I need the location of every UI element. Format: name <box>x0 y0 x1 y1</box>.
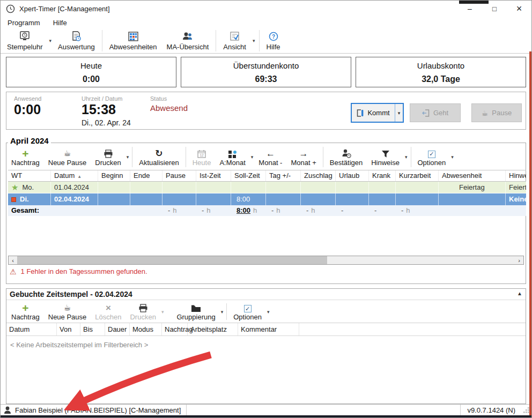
col-pause[interactable]: Pause <box>162 170 196 181</box>
heute-button[interactable]: 12 Heute <box>188 144 216 170</box>
monat-minus-label: Monat - <box>258 159 282 167</box>
neue-pause-button[interactable]: ☕ Neue Pause <box>44 144 91 170</box>
auswertung-button[interactable]: Auswertung <box>53 28 100 53</box>
bestaetigen-button[interactable]: Bestätigen <box>326 144 367 170</box>
close-button[interactable]: × <box>507 1 531 17</box>
stempeluhr-button[interactable]: Stempeluhr <box>2 28 47 53</box>
scroll-right-icon[interactable]: › <box>515 256 523 264</box>
kommt-dropdown-icon[interactable]: ▾ <box>395 104 403 122</box>
col-modus[interactable]: Modus <box>130 323 162 335</box>
ma-uebersicht-button[interactable]: MA-Übersicht <box>162 28 214 53</box>
drucken-dropdown-icon[interactable]: ▾ <box>125 144 130 170</box>
horizontal-scrollbar[interactable]: ‹ › <box>8 256 524 265</box>
stamps-nachtrag-button[interactable]: + Nachtrag <box>7 301 44 323</box>
summary-title: Urlaubskonto <box>356 61 526 70</box>
amonat-label: A:Monat <box>219 159 245 167</box>
amonat-dropdown-icon[interactable]: ▾ <box>250 144 255 170</box>
col-hinweise[interactable]: Hinweise <box>506 170 526 181</box>
summary-value: 0:00 <box>6 74 176 84</box>
drucken-button[interactable]: Drucken <box>91 144 125 170</box>
menu-programm[interactable]: Programm <box>6 18 42 27</box>
coffee-icon: ☕ <box>482 109 489 117</box>
col-dauer[interactable]: Dauer <box>105 323 130 335</box>
col-datum[interactable]: Datum▲ <box>51 170 98 181</box>
col-wt[interactable]: WT <box>8 170 51 181</box>
stamps-nachtrag-label: Nachtrag <box>11 313 40 321</box>
col-datum[interactable]: Datum <box>6 323 57 335</box>
gruppierung-button[interactable]: Gruppierung <box>172 301 219 323</box>
col-filler <box>299 323 526 335</box>
app-window: Xpert-Timer [C-Management] – □ × Program… <box>0 0 532 418</box>
optionen-label: Optionen <box>418 159 446 167</box>
col-kurzarbeit[interactable]: Kurzarbeit <box>396 170 439 181</box>
stamps-drucken-dropdown-icon[interactable]: ▾ <box>160 301 165 323</box>
delete-icon: × <box>106 303 111 312</box>
anwesend-label: Anwesend <box>14 95 41 102</box>
empty-filter-message: < Keine Arbeitszeitstempel im Filterbere… <box>10 341 526 349</box>
optionen-dropdown-icon[interactable]: ▾ <box>450 144 455 170</box>
stempeluhr-label: Stempeluhr <box>7 43 42 51</box>
holiday-star-icon: ★ <box>11 183 18 191</box>
menu-hilfe[interactable]: Hilfe <box>51 18 69 27</box>
stamps-optionen-dropdown-icon[interactable]: ▾ <box>266 301 271 323</box>
pause-label: Pause <box>492 109 512 117</box>
monat-plus-button[interactable]: → Monat + <box>286 144 320 170</box>
app-clock-icon <box>6 4 15 13</box>
amonat-button[interactable]: A:Monat <box>215 144 249 170</box>
collapse-icon[interactable]: ▲ <box>517 290 522 296</box>
summary-value: 69:33 <box>181 74 351 84</box>
toolbar-separator <box>132 147 132 167</box>
nachtrag-button[interactable]: + Nachtrag <box>7 144 44 170</box>
stempeluhr-dropdown-icon[interactable]: ▾ <box>47 28 53 53</box>
col-tag[interactable]: Tag +/- <box>266 170 301 181</box>
hilfe-button[interactable]: ? Hilfe <box>262 28 285 53</box>
col-arbeitsplatz[interactable]: Arbeitsplatz <box>188 323 238 335</box>
loeschen-button[interactable]: × Löschen <box>91 301 125 323</box>
scroll-left-icon[interactable]: ‹ <box>9 256 17 264</box>
ansicht-label: Ansicht <box>223 43 246 51</box>
month-table: WT Datum▲ Beginn Ende Pause Ist-Zeit Sol… <box>8 170 526 216</box>
warning-icon: ⚠ <box>10 268 17 275</box>
ansicht-button[interactable]: Ansicht <box>218 28 251 53</box>
summary-row: Heute 0:00 Überstundenkonto 69:33 Urlaub… <box>6 57 526 87</box>
table-row[interactable]: ★Mo. 01.04.2024 Feiertag Feiertag <box>8 182 526 193</box>
optionen-button[interactable]: ✓ Optionen <box>413 144 450 170</box>
table-row-selected[interactable]: Di. 02.04.2024 8:00 Keine <box>8 193 526 205</box>
calendar-grid-icon <box>128 31 138 42</box>
coffee-icon: ☕ <box>64 303 71 312</box>
gruppierung-dropdown-icon[interactable]: ▾ <box>220 301 225 323</box>
time-value: 15:38 <box>82 102 116 117</box>
col-abwesenheit[interactable]: Abwesenheit <box>439 170 506 181</box>
col-kommentar[interactable]: Kommentar <box>238 323 299 335</box>
person-clock-icon <box>342 148 351 158</box>
col-von[interactable]: Von <box>57 323 80 335</box>
aktualisieren-button[interactable]: ↻ Aktualisieren <box>135 144 183 170</box>
door-in-icon <box>357 109 364 117</box>
col-soll-zeit[interactable]: Soll-Zeit <box>231 170 266 181</box>
monat-minus-button[interactable]: ← Monat - <box>254 144 286 170</box>
col-ende[interactable]: Ende <box>130 170 162 181</box>
version-label: v9.0.7.1424 (N) <box>467 406 515 414</box>
col-zuschlag[interactable]: Zuschlag <box>301 170 336 181</box>
scrollbar-thumb[interactable] <box>17 256 327 264</box>
col-urlaub[interactable]: Urlaub <box>336 170 369 181</box>
svg-text:?: ? <box>271 34 275 40</box>
error-message: 1 Fehler in den Tagessummen gefunden. <box>21 267 147 275</box>
stamps-optionen-button[interactable]: ✓ Optionen <box>229 301 266 323</box>
col-nachtrag[interactable]: Nachtrag <box>162 323 188 335</box>
abwesenheiten-button[interactable]: Abwesenheiten <box>105 28 162 53</box>
col-ist-zeit[interactable]: Ist-Zeit <box>196 170 231 181</box>
ansicht-dropdown-icon[interactable]: ▾ <box>251 28 257 53</box>
stamps-drucken-button[interactable]: Drucken <box>125 301 160 323</box>
col-beginn[interactable]: Beginn <box>98 170 130 181</box>
hinweise-button[interactable]: Hinweise <box>367 144 404 170</box>
kommt-button[interactable]: Kommt ▾ <box>351 103 404 123</box>
hinweise-dropdown-icon[interactable]: ▾ <box>404 144 409 170</box>
scrollbar-track[interactable] <box>327 256 515 264</box>
geht-button[interactable]: Geht <box>410 103 461 122</box>
toolbar-separator <box>216 30 216 51</box>
pause-button[interactable]: ☕ Pause <box>471 103 522 122</box>
col-bis[interactable]: Bis <box>80 323 105 335</box>
stamps-neue-pause-button[interactable]: ☕ Neue Pause <box>44 301 91 323</box>
col-krank[interactable]: Krank <box>369 170 396 181</box>
